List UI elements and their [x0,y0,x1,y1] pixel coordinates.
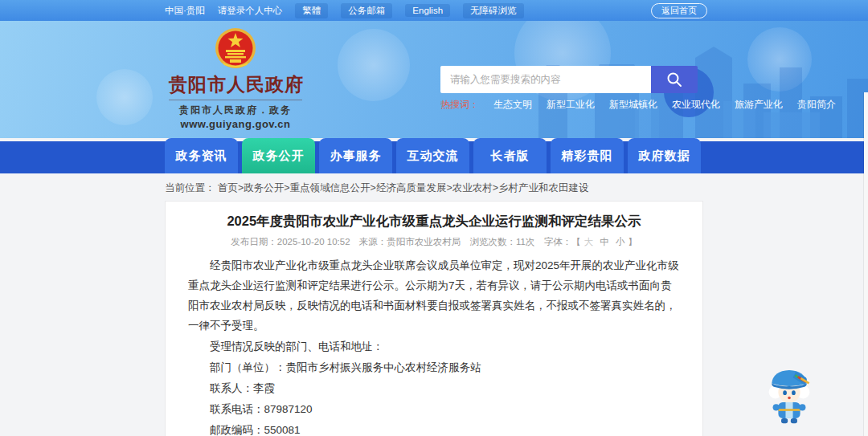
hot-word-link[interactable]: 新型城镇化 [609,98,657,112]
article-card: 2025年度贵阳市农业产业化市级重点龙头企业运行监测和评定结果公示 发布日期：2… [165,201,703,436]
article-paragraph: 受理情况反映的部门、电话和地址： [188,336,680,357]
article-paragraph: 部门（单位）：贵阳市乡村振兴服务中心农村经济服务站 [188,357,680,377]
scrollbar[interactable] [864,92,868,436]
font-size-medium-button[interactable]: 中 [600,237,609,247]
article-paragraph: 邮政编码：550081 [188,420,680,436]
search-bar [440,66,698,93]
mascot-icon [764,363,815,426]
site-title: 贵阳市人民政府 [169,72,302,97]
nav-tab-zhengfu-shuju[interactable]: 政府数据 [628,138,701,173]
top-utility-bar: 中国·贵阳 请登录个人中心 繁體 公务邮箱 English 无障碍浏览 返回首页 [0,0,868,21]
hot-search-words: 热搜词： 生态文明 新型工业化 新型城镇化 农业现代化 旅游产业化 贵阳简介 [440,98,836,112]
site-subtitle: 贵阳市人民政府．政务 [169,100,302,117]
hot-word-link[interactable]: 贵阳简介 [797,98,836,112]
top-links: 中国·贵阳 请登录个人中心 繁體 公务邮箱 English 无障碍浏览 [165,3,524,18]
search-button[interactable] [651,66,698,93]
nav-tab-jingcai-guiyang[interactable]: 精彩贵阳 [551,138,624,173]
article-paragraph: 经贵阳市农业产业化市级重点龙头企业联席会议成员单位审定，现对2025年开展的农业… [188,255,680,336]
article-body: 经贵阳市农业产业化市级重点龙头企业联席会议成员单位审定，现对2025年开展的农业… [188,255,680,436]
font-size-label-close: 】 [628,237,637,247]
hot-words-label: 热搜词： [440,98,479,112]
link-traditional-chinese[interactable]: 繁體 [295,3,328,18]
publish-date: 发布日期：2025-10-20 10:52 [231,237,350,247]
link-login-personal-center[interactable]: 请登录个人中心 [218,5,283,17]
page-content: 当前位置： 首页>政务公开>重点领域信息公开>经济高质量发展>农业农村>乡村产业… [0,173,868,436]
view-count: 浏览次数：11次 [470,237,535,247]
hot-word-link[interactable]: 旅游产业化 [735,98,783,112]
font-size-large-button[interactable]: 大 [584,237,594,247]
search-icon [665,71,683,88]
nav-tab-banshi-fuwu[interactable]: 办事服务 [319,138,392,173]
site-logo[interactable]: 贵阳市人民政府 贵阳市人民政府．政务 www.guiyang.gov.cn [169,26,302,130]
hot-word-link[interactable]: 新型工业化 [547,98,595,112]
nav-tabs: 政务资讯 政务公开 办事服务 互动交流 长者版 精彩贵阳 政府数据 [165,138,701,173]
breadcrumb: 当前位置： 首页>政务公开>重点领域信息公开>经济高质量发展>农业农村>乡村产业… [165,181,588,195]
breadcrumb-label: 当前位置： [165,182,215,194]
back-to-home-button[interactable]: 返回首页 [651,3,707,18]
bokeh-decoration [338,29,410,101]
nav-tab-zhengwu-zixun[interactable]: 政务资讯 [165,138,238,173]
site-url: www.guiyang.gov.cn [169,118,302,130]
nav-tab-zhangzheban[interactable]: 长者版 [473,138,547,173]
link-english[interactable]: English [405,4,450,17]
header-banner: 贵阳市人民政府 贵阳市人民政府．政务 www.guiyang.gov.cn 热搜… [0,21,868,138]
font-size-label: 字体：【 [544,237,581,247]
article-title: 2025年度贵阳市农业产业化市级重点龙头企业运行监测和评定结果公示 [188,212,680,230]
main-navigation: 政务资讯 政务公开 办事服务 互动交流 长者版 精彩贵阳 政府数据 [0,138,868,173]
assistant-mascot[interactable] [764,363,815,429]
article-meta: 发布日期：2025-10-20 10:52 来源：贵阳市农业农村局 浏览次数：1… [188,236,680,248]
hot-word-link[interactable]: 生态文明 [493,98,532,112]
link-china-guiyang[interactable]: 中国·贵阳 [165,5,205,17]
article-paragraph: 联系人：李霞 [188,378,680,398]
search-input[interactable] [440,66,651,93]
hot-word-link[interactable]: 农业现代化 [672,98,720,112]
link-accessibility[interactable]: 无障碍浏览 [463,3,524,18]
article-paragraph: 联系电话：87987120 [188,399,680,419]
bokeh-decoration [96,69,153,125]
national-emblem-icon [215,26,256,71]
font-size-small-button[interactable]: 小 [616,237,625,247]
breadcrumb-path[interactable]: 首页>政务公开>重点领域信息公开>经济高质量发展>农业农村>乡村产业和农田建设 [218,182,589,194]
article-source: 来源：贵阳市农业农村局 [359,237,461,247]
nav-tab-hudong-jiaoliu[interactable]: 互动交流 [396,138,469,173]
nav-tab-zhengwu-gongkai[interactable]: 政务公开 [242,138,315,173]
link-official-mail[interactable]: 公务邮箱 [341,3,392,18]
